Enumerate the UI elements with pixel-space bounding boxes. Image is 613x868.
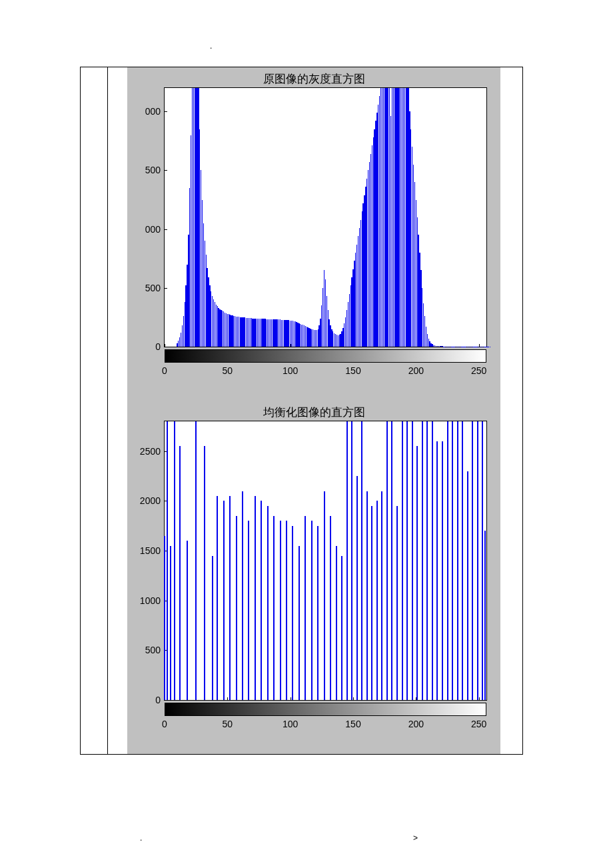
- left-strip: [81, 67, 108, 754]
- xtick-label: 0: [162, 719, 167, 729]
- xtick-label: 50: [223, 719, 233, 729]
- chart-title-1: 原图像的灰度直方图: [127, 67, 500, 87]
- histogram-bar: [391, 421, 392, 700]
- histogram-bar: [477, 421, 478, 700]
- ytick-label: 000: [145, 224, 165, 235]
- histogram-bar: [376, 501, 378, 700]
- histogram-bar: [170, 546, 171, 700]
- histogram-bar: [299, 546, 300, 700]
- histogram-bar: [341, 556, 342, 700]
- xtick-label: 200: [408, 719, 424, 729]
- histogram-bar: [286, 521, 287, 700]
- histogram-bar: [273, 516, 275, 700]
- histogram-bar: [416, 446, 418, 700]
- histogram-bar: [223, 501, 225, 700]
- histogram-bar: [255, 496, 256, 700]
- histogram-bar: [311, 521, 312, 700]
- xtick-label: 0: [162, 365, 167, 376]
- histogram-bar: [336, 546, 337, 700]
- histogram-bar: [452, 421, 453, 700]
- xtick-label: 150: [345, 365, 360, 376]
- histogram-bar: [174, 421, 175, 700]
- histogram-bar: [432, 421, 433, 700]
- chart-title-2: 均衡化图像的直方图: [127, 401, 500, 420]
- ytick-label: 2000: [140, 495, 165, 506]
- plot-area-1: 0500000500000050100150200250: [164, 87, 487, 347]
- histogram-bar: [179, 446, 181, 700]
- colorbar-1: [165, 349, 486, 363]
- histogram-bar: [457, 421, 458, 700]
- histogram-bar: [371, 506, 372, 700]
- histogram-bar: [447, 421, 448, 700]
- histogram-bar: [261, 501, 262, 700]
- histogram-bar: [217, 496, 218, 700]
- histogram-bar: [187, 541, 188, 700]
- histogram-bar: [229, 496, 231, 700]
- ytick-label: 2500: [140, 446, 165, 457]
- histogram-bar: [386, 421, 388, 700]
- histogram-bar: [212, 556, 213, 700]
- histogram-bar: [381, 491, 382, 701]
- xtick-label: 50: [223, 365, 233, 376]
- histogram-bar: [402, 421, 403, 700]
- ytick-label: 1000: [140, 595, 165, 606]
- xtick-label: 200: [408, 365, 424, 376]
- colorbar-2: [165, 703, 486, 716]
- histogram-bar: [426, 421, 428, 700]
- xtick-label: 100: [283, 719, 298, 729]
- xtick-label: 250: [471, 365, 486, 376]
- histogram-bar: [412, 421, 413, 700]
- histogram-bar: [317, 526, 318, 700]
- page-frame: 原图像的灰度直方图 0500000500000050100150200250 均…: [80, 67, 523, 755]
- histogram-bar: [236, 516, 237, 700]
- histogram-bar: [462, 421, 463, 700]
- histogram-bar: [248, 521, 249, 700]
- xtick-label: 150: [345, 719, 360, 729]
- ytick-label: 1500: [140, 545, 165, 556]
- ytick-label: 500: [145, 283, 165, 293]
- page-dot-bl: .: [140, 833, 142, 843]
- page-dot-br: >: [413, 833, 418, 843]
- histogram-bar: [436, 441, 438, 700]
- chart-original-histogram: 原图像的灰度直方图 0500000500000050100150200250: [127, 67, 500, 401]
- histogram-bar: [195, 421, 197, 700]
- histogram-bar: [267, 506, 269, 700]
- ytick-label: 500: [145, 645, 165, 655]
- histogram-bar: [422, 421, 423, 700]
- histogram-bar: [442, 441, 443, 700]
- histogram-bar: [346, 421, 348, 700]
- histogram-bar: [305, 516, 306, 700]
- histogram-bar: [484, 531, 486, 700]
- histogram-bar: [164, 536, 165, 700]
- histogram-bar: [242, 491, 243, 701]
- page-dot-top: .: [210, 41, 212, 51]
- ytick-label: 0: [155, 341, 165, 352]
- histogram-bar: [351, 421, 352, 700]
- histogram-bar: [330, 516, 331, 700]
- ytick-label: 500: [145, 165, 165, 175]
- ytick-label: 0: [155, 695, 165, 705]
- histogram-bar: [292, 526, 293, 700]
- histogram-bar: [361, 421, 362, 700]
- histogram-bar: [366, 491, 368, 701]
- histogram-bar: [467, 471, 468, 700]
- chart-equalized-histogram: 均衡化图像的直方图 050010001500200025000501001502…: [127, 401, 500, 754]
- histogram-bar: [482, 421, 483, 700]
- histogram-bar: [356, 476, 358, 700]
- histogram-bar: [396, 506, 398, 700]
- xtick-label: 100: [283, 365, 298, 376]
- ytick-label: 000: [145, 106, 165, 117]
- histogram-bar: [472, 421, 473, 700]
- charts-container: 原图像的灰度直方图 0500000500000050100150200250 均…: [107, 67, 522, 754]
- histogram-bar: [167, 421, 168, 700]
- histogram-bar: [406, 421, 408, 700]
- histogram-bar: [324, 491, 325, 701]
- plot-area-2: 05001000150020002500050100150200250: [164, 421, 487, 701]
- histogram-bar: [204, 446, 205, 700]
- xtick-label: 250: [471, 719, 486, 729]
- histogram-bar: [280, 521, 281, 700]
